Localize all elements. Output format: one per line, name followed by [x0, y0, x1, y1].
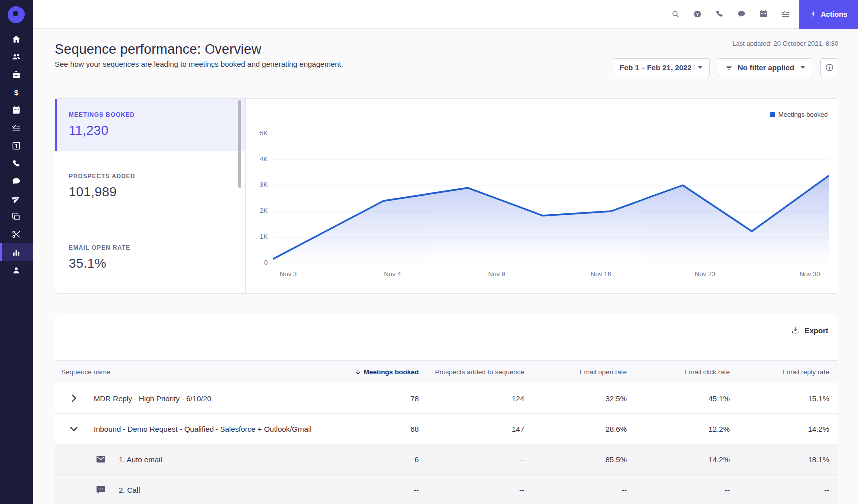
sidebar-item-outbox[interactable]	[0, 137, 33, 155]
sidebar-item-calls[interactable]	[0, 155, 33, 172]
sidebar-item-sequences[interactable]	[0, 190, 33, 208]
outreach-logo[interactable]	[0, 0, 33, 30]
sidebar-item-opportunities[interactable]: $	[0, 84, 33, 102]
metric-value: 11,230	[69, 123, 245, 138]
sidebar-item-prospects[interactable]	[0, 48, 33, 66]
chevron-down-icon	[698, 66, 703, 69]
chart-icon	[11, 247, 21, 257]
legend-swatch	[770, 112, 775, 117]
filter-label: No filter applied	[738, 63, 794, 72]
person-icon	[11, 265, 21, 275]
value-cell: 14.2%	[627, 455, 730, 464]
topbar: ? Actions	[33, 0, 858, 29]
sidebar-item-snippets[interactable]	[0, 226, 33, 244]
sequence-row[interactable]: Inbound - Demo Request - Qualified - Sal…	[55, 414, 838, 444]
calendar-icon[interactable]	[759, 9, 768, 19]
metric-card-prospects-added[interactable]: PROSPECTS ADDED101,989	[55, 151, 245, 222]
value-cell: 18.1%	[730, 455, 829, 464]
main-content: Sequence performance: Overview See how y…	[33, 29, 858, 504]
overview-card: MEETINGS BOOKED11,230PROSPECTS ADDED101,…	[55, 98, 838, 294]
actions-button[interactable]: Actions	[799, 0, 858, 29]
sequence-name-cell: 2. Call	[61, 484, 314, 495]
sequence-name: MDR Reply - High Priority - 6/10/20	[94, 394, 211, 403]
sidebar-item-reports[interactable]	[0, 243, 33, 261]
sidebar-item-tasks[interactable]	[0, 119, 33, 137]
sidebar-item-templates[interactable]	[0, 208, 33, 226]
value-cell: --	[524, 486, 627, 494]
y-axis-tick: 4K	[246, 155, 268, 163]
column-header-prospects-added-to-sequence[interactable]: Prospects added to sequence	[419, 368, 524, 376]
value-cell: --	[314, 486, 419, 494]
svg-text:$: $	[14, 88, 19, 97]
y-axis-tick: 1K	[246, 233, 268, 240]
export-button[interactable]: Export	[791, 326, 828, 335]
date-range-button[interactable]: Feb 1 – Feb 21, 2022	[613, 58, 710, 76]
email-step-icon	[95, 454, 106, 465]
value-cell: --	[419, 455, 524, 464]
lightning-icon	[810, 10, 817, 18]
sidebar-item-home[interactable]	[0, 30, 33, 48]
download-icon	[791, 326, 800, 335]
sidebar-item-accounts[interactable]	[0, 66, 33, 84]
calendar-icon	[11, 105, 21, 115]
chevron-down-icon[interactable]	[68, 423, 80, 435]
column-header-label: Meetings booked	[364, 368, 419, 376]
metrics-scrollbar[interactable]	[238, 100, 241, 188]
sequence-name-cell: Inbound - Demo Request - Qualified - Sal…	[61, 423, 314, 435]
users-icon	[11, 52, 21, 62]
column-header-email-open-rate[interactable]: Email open rate	[524, 368, 627, 376]
help-icon[interactable]: ?	[693, 9, 702, 19]
x-axis-tick: Nov 16	[591, 270, 611, 278]
chart-plot-area	[273, 134, 829, 263]
value-cell: 15.1%	[730, 394, 829, 403]
column-header-email-click-rate[interactable]: Email click rate	[627, 368, 730, 376]
search-icon[interactable]	[671, 9, 680, 19]
phone-icon[interactable]	[715, 9, 724, 19]
column-header-sequence-name[interactable]: Sequence name	[61, 368, 314, 376]
y-axis-tick: 3K	[246, 181, 268, 188]
sequence-step-row[interactable]: 1. Auto email6--85.5%14.2%18.1%	[55, 444, 838, 475]
date-range-label: Feb 1 – Feb 21, 2022	[620, 63, 692, 72]
metric-label: PROSPECTS ADDED	[69, 173, 245, 180]
sidebar-item-conversations[interactable]	[0, 172, 33, 190]
step-name: 1. Auto email	[119, 455, 162, 464]
sidebar-item-meetings[interactable]	[0, 101, 33, 119]
page-subtitle: See how your sequences are leading to me…	[55, 60, 343, 68]
sequence-name: Inbound - Demo Request - Qualified - Sal…	[94, 425, 314, 433]
last-updated-text: Last updated: 20 October 2021, 8:30	[732, 40, 838, 47]
chat-icon	[11, 176, 21, 186]
value-cell: 14.2%	[730, 425, 829, 433]
value-cell: 28.6%	[524, 425, 627, 433]
filter-button[interactable]: No filter applied	[718, 58, 812, 76]
app-root: $ ? Actions Sequence performance: Overvi…	[0, 0, 858, 504]
metric-card-meetings-booked[interactable]: MEETINGS BOOKED11,230	[55, 99, 245, 151]
chat-icon[interactable]	[737, 9, 746, 19]
copy-icon	[11, 212, 21, 222]
metric-value: 101,989	[69, 184, 245, 200]
value-cell: 12.2%	[627, 425, 730, 433]
info-button[interactable]	[820, 58, 838, 76]
sequence-row[interactable]: MDR Reply - High Priority - 6/10/2078124…	[55, 383, 838, 414]
metric-card-email-open-rate[interactable]: EMAIL OPEN RATE35.1%	[55, 222, 245, 293]
outbox-icon	[11, 141, 21, 151]
sort-descending-icon	[354, 368, 362, 376]
briefcase-icon	[11, 70, 21, 80]
value-cell: 68	[314, 425, 419, 433]
chevron-down-icon	[800, 66, 805, 69]
sidebar-item-profile[interactable]	[0, 261, 33, 279]
sequence-step-row[interactable]: 2. Call----------	[55, 475, 838, 504]
column-header-meetings-booked[interactable]: Meetings booked	[314, 368, 419, 376]
column-header-email-reply-rate[interactable]: Email reply rate	[730, 368, 829, 376]
home-icon	[11, 34, 21, 44]
send-icon	[11, 194, 21, 204]
tasks-icon[interactable]	[781, 9, 790, 19]
header-controls: Feb 1 – Feb 21, 2022 No filter applied	[613, 58, 838, 76]
sidebar-nav: $	[0, 30, 33, 279]
info-icon	[825, 63, 834, 72]
legend-label: Meetings booked	[778, 111, 828, 118]
sequence-name-cell: 1. Auto email	[61, 454, 314, 465]
sequence-table-card: Export Sequence nameMeetings bookedProsp…	[55, 314, 838, 504]
value-cell: 78	[314, 394, 419, 403]
chevron-right-icon[interactable]	[68, 392, 80, 404]
filter-icon	[725, 63, 733, 72]
